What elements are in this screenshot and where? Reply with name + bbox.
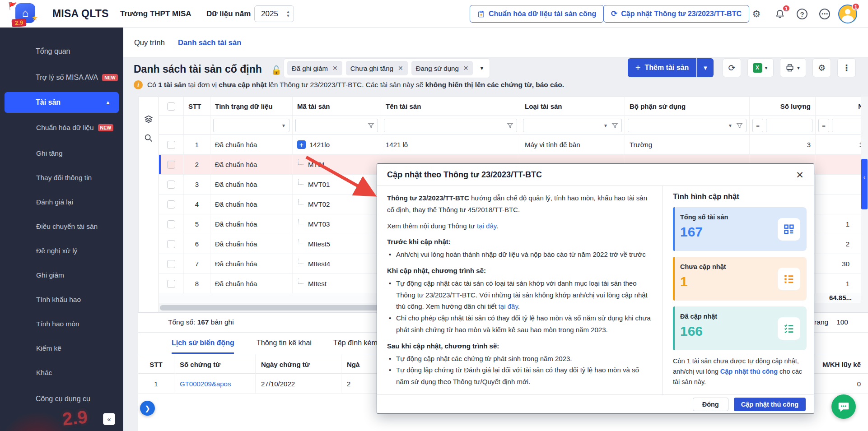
last-filter-operator[interactable]: = xyxy=(818,119,829,132)
plus-icon: + xyxy=(635,63,641,73)
tab-thong-tin-ke-khai[interactable]: Thông tin kê khai xyxy=(257,339,312,347)
close-button[interactable]: Đóng xyxy=(693,398,728,411)
chevron-up-icon: ▲ xyxy=(105,99,111,106)
more-options-icon[interactable]: ⋯ xyxy=(819,9,830,19)
sum-value: 64.85... xyxy=(829,294,852,301)
row-checkbox[interactable] xyxy=(167,280,175,288)
table-row[interactable]: 1 Đã chuẩn hóa +1421lo 1421 lô Máy vi tí… xyxy=(159,135,868,155)
tree-indent-icon xyxy=(298,199,303,204)
year-spinner[interactable]: 2025 ▲▼ xyxy=(254,5,294,22)
circular-link[interactable]: tại đây xyxy=(477,222,496,230)
sidebar-item-assets[interactable]: Tài sản ▲ xyxy=(5,92,119,113)
row-checkbox[interactable] xyxy=(167,240,175,248)
col-stt[interactable]: STT xyxy=(184,97,210,116)
sidebar-sub-thay-doi[interactable]: Thay đổi thông tin xyxy=(5,168,123,188)
col-status[interactable]: Tình trạng dữ liệu xyxy=(210,97,293,116)
sidebar-item-ava[interactable]: Trợ lý số MISA AVA NEW xyxy=(0,67,123,88)
sidebar-sub-label: Thay đổi thông tin xyxy=(36,174,92,182)
grid-list-icon xyxy=(778,218,800,241)
filter-chip-chua-ghi-tang[interactable]: Chưa ghi tăng✕ xyxy=(346,61,408,75)
chip-remove-icon[interactable]: ✕ xyxy=(398,65,403,72)
chip-remove-icon[interactable]: ✕ xyxy=(332,65,338,72)
sidebar-item-label: Trợ lý số MISA AVA xyxy=(36,74,98,82)
sidebar-sub-kiem-ke[interactable]: Kiểm kê xyxy=(5,338,123,358)
filter-chip-dang-su-dung[interactable]: Đang sử dụng✕ xyxy=(411,61,473,75)
manual-update-button[interactable]: Cập nhật thủ công xyxy=(734,398,806,411)
chip-remove-icon[interactable]: ✕ xyxy=(463,65,469,72)
row-checkbox[interactable] xyxy=(167,220,175,228)
sidebar-sub-ghi-giam[interactable]: Ghi giảm xyxy=(5,265,123,285)
filter-chip-da-ghi-giam[interactable]: Đã ghi giảm✕ xyxy=(287,61,342,75)
tab-danh-sach-tai-san[interactable]: Danh sách tài sản xyxy=(178,38,241,47)
unlock-icon[interactable]: 🔓 xyxy=(271,65,282,75)
close-icon[interactable]: ✕ xyxy=(794,169,806,181)
col-dept[interactable]: Bộ phận sử dụng xyxy=(625,97,750,116)
add-asset-dropdown[interactable]: ▼ xyxy=(697,58,714,77)
code-filter-input[interactable] xyxy=(295,119,378,132)
guide-link[interactable]: tại đây xyxy=(499,302,518,310)
dept-filter-select[interactable]: ▼ xyxy=(628,119,747,132)
layers-icon[interactable] xyxy=(144,114,154,124)
update-circular-button[interactable]: ⟳ Cập nhật Thông tư 23/2023/TT-BTC xyxy=(603,5,749,23)
col-partial[interactable]: N xyxy=(816,97,868,116)
qty-filter-input[interactable] xyxy=(766,119,812,132)
year-spinner-arrows[interactable]: ▲▼ xyxy=(285,10,294,18)
chip-dropdown-caret[interactable]: ▼ xyxy=(479,65,484,71)
col-qty[interactable]: Số lượng xyxy=(750,97,816,116)
col-name[interactable]: Tên tài sản xyxy=(381,97,520,116)
settings-gear-icon[interactable]: ⚙ xyxy=(750,7,763,21)
expand-panel-button[interactable]: ❯ xyxy=(140,401,155,416)
tools-trolley-icon xyxy=(15,394,27,404)
notification-bell-icon[interactable]: 1 xyxy=(773,7,787,21)
select-all-checkbox[interactable] xyxy=(167,102,175,111)
print-button[interactable]: ▼ xyxy=(780,58,806,77)
col-code[interactable]: Mã tài sản xyxy=(293,97,381,116)
scrollbar-thumb[interactable] xyxy=(160,305,413,311)
sidebar-sub-danh-gia[interactable]: Đánh giá lại xyxy=(5,192,123,212)
app-title: MISA QLTS xyxy=(52,8,108,20)
qty-filter-operator[interactable]: = xyxy=(752,119,763,132)
export-excel-button[interactable]: X▼ xyxy=(747,58,774,77)
asset-car-icon xyxy=(15,97,27,108)
expand-plus-icon[interactable]: + xyxy=(297,140,306,149)
sidebar-sub-khau-hao[interactable]: Tính khấu hao xyxy=(5,290,123,310)
vertical-scrollbar[interactable]: ‹ xyxy=(861,97,868,312)
sidebar-sub-standardize[interactable]: Chuẩn hóa dữ liệu NEW xyxy=(5,118,123,138)
sidebar-sub-de-nghi[interactable]: Đề nghị xử lý xyxy=(5,241,123,261)
table-settings-button[interactable]: ⚙ xyxy=(812,58,831,77)
manual-update-link[interactable]: Cập nhật thủ công xyxy=(720,368,778,375)
search-icon[interactable] xyxy=(144,133,154,143)
type-filter-select[interactable]: ▼ xyxy=(523,119,622,132)
row-checkbox[interactable] xyxy=(167,141,175,149)
document-link[interactable]: GT000209&apos xyxy=(174,374,256,394)
last-filter-input[interactable] xyxy=(832,119,865,132)
status-filter-select[interactable]: ▼ xyxy=(213,119,289,132)
add-asset-button[interactable]: + Thêm tài sản xyxy=(628,58,696,77)
sidebar-item-tools[interactable]: Công cụ dụng cụ xyxy=(0,389,123,409)
name-filter-input[interactable] xyxy=(384,119,517,132)
sidebar-sub-label: Chuẩn hóa dữ liệu xyxy=(36,124,94,132)
refresh-button[interactable]: ⟳ xyxy=(723,58,741,77)
panel-expander-tab[interactable]: ‹ xyxy=(861,159,868,209)
standardize-public-assets-button[interactable]: Chuẩn hóa dữ liệu tài sản công xyxy=(470,5,604,23)
collapse-sidebar-button[interactable]: « xyxy=(103,413,115,425)
tree-indent-icon xyxy=(298,219,303,224)
support-chat-button[interactable] xyxy=(831,394,856,419)
help-icon[interactable]: ? xyxy=(797,9,807,19)
row-checkbox[interactable] xyxy=(167,200,175,209)
sidebar-sub-ghi-tang[interactable]: Ghi tăng xyxy=(5,144,123,163)
more-menu-button[interactable]: ⋮ xyxy=(837,58,856,77)
sidebar-sub-hao-mon[interactable]: Tính hao mòn xyxy=(5,314,123,334)
sidebar-sub-dieu-chuyen[interactable]: Điều chuyển tài sản xyxy=(5,217,123,236)
sidebar-sub-khac[interactable]: Khác xyxy=(5,363,123,383)
tab-tep-dinh-kem[interactable]: Tệp đính kèm xyxy=(333,339,378,347)
col-type[interactable]: Loại tài sản xyxy=(520,97,625,116)
tab-lich-su-bien-dong[interactable]: Lịch sử biến động xyxy=(172,339,234,347)
avatar[interactable]: 1 xyxy=(838,5,857,23)
row-checkbox[interactable] xyxy=(167,181,175,189)
tab-quy-trinh[interactable]: Quy trình xyxy=(134,38,165,47)
row-checkbox[interactable] xyxy=(167,161,175,169)
row-checkbox[interactable] xyxy=(167,260,175,268)
sidebar-item-overview[interactable]: Tổng quan xyxy=(0,41,123,62)
app-logo[interactable]: 🚩 ⌂ ★ 2.9 xyxy=(4,1,49,27)
